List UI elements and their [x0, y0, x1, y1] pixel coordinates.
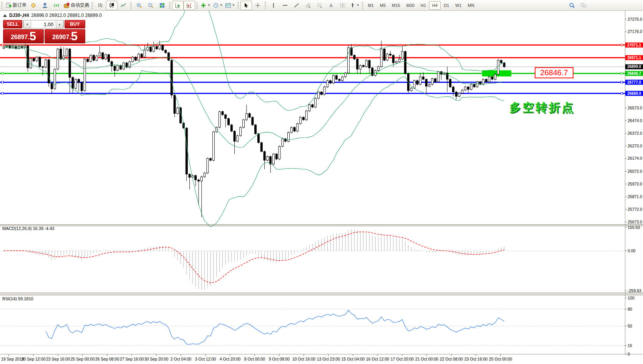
svg-text:26 Sep 08:00: 26 Sep 08:00 [95, 357, 119, 361]
arrows-tool-icon [350, 2, 356, 8]
timeframe-w1-button[interactable]: W1 [452, 1, 465, 10]
svg-text:9 Oct 08:00: 9 Oct 08:00 [269, 357, 290, 361]
auto-scroll-button[interactable] [172, 1, 184, 10]
buy-button[interactable]: BUY [65, 20, 85, 28]
new-order-button[interactable]: 新订单 [4, 1, 28, 10]
signals-icon [53, 2, 60, 8]
volume-input[interactable]: 1.00 [31, 20, 56, 28]
svg-text:27176.0: 27176.0 [628, 29, 642, 34]
svg-text:A: A [330, 3, 333, 8]
candles-series [3, 41, 505, 217]
crosshair-button[interactable] [252, 1, 263, 10]
search-button[interactable] [566, 1, 578, 10]
chart-shift-button[interactable] [184, 1, 195, 10]
cursor-arrow-icon [243, 2, 249, 8]
dropdown-caret-icon: ▼ [207, 3, 210, 7]
timeframe-m5-button[interactable]: M5 [377, 1, 389, 10]
svg-text:30 Sep 20:00: 30 Sep 20:00 [144, 357, 169, 361]
macd-indicator-label: MACD(12,26,9) 16.39 -4.43 [2, 226, 54, 231]
trendline-icon [293, 2, 300, 8]
svg-text:26174.0: 26174.0 [628, 156, 642, 160]
chart-ohlc-title: DJ30-,H4 26896.0 26912.0 26891.0 26899.0 [3, 13, 102, 18]
navigator-button[interactable] [39, 1, 51, 10]
svg-text:50: 50 [628, 324, 632, 328]
horizontal-line-icon [282, 2, 288, 8]
buy-price-tile[interactable]: 26907.5 [45, 29, 85, 43]
cursor-button[interactable] [240, 1, 252, 10]
one-click-trading-panel: SELL ▼ 1.00 ▲ BUY 26897.5 26907.5 [3, 20, 85, 43]
timeframe-d1-button[interactable]: D1 [441, 1, 452, 10]
volume-decrease-button[interactable]: ▼ [23, 20, 31, 28]
date-axis[interactable]: 19 Sep 201920 Sep 12:0023 Sep 16:0025 Se… [1, 354, 512, 361]
text-button[interactable]: A [325, 1, 337, 10]
svg-text:8 Oct 00:00: 8 Oct 00:00 [244, 357, 265, 361]
group-separator [265, 2, 266, 9]
group-separator [196, 2, 198, 9]
turning-point-annotation[interactable]: 多空转折点 [509, 100, 575, 116]
fibonacci-icon: F [317, 2, 323, 8]
chart-canvas[interactable]: 27071.126971.126899.026846.726777.026689… [0, 0, 643, 364]
price-axis[interactable]: 27071.126971.126899.026846.726777.026689… [625, 17, 643, 356]
horizontal-trend-lines[interactable] [0, 44, 625, 94]
svg-text:3 Oct 12:00: 3 Oct 12:00 [195, 357, 216, 361]
svg-text:155.63: 155.63 [628, 225, 640, 230]
timeframe-h1-button[interactable]: H1 [418, 1, 429, 10]
zoom-in-button[interactable] [133, 1, 145, 10]
svg-text:26372.0: 26372.0 [628, 131, 642, 136]
svg-text:15: 15 [628, 343, 632, 348]
fibonacci-button[interactable]: F [314, 1, 325, 10]
vertical-line-button[interactable] [268, 1, 279, 10]
svg-text:22 Oct 08:00: 22 Oct 08:00 [440, 357, 463, 361]
timeframe-m15-button[interactable]: M15 [389, 1, 403, 10]
timeframe-h4-button[interactable]: H4 [429, 1, 441, 10]
svg-text:25973.0: 25973.0 [628, 182, 642, 186]
indicators-button[interactable]: ▼ [199, 1, 212, 10]
indicator-level-lines [0, 251, 625, 346]
turning-point-highlight-box[interactable] [482, 70, 511, 76]
svg-text:27275.0: 27275.0 [628, 17, 642, 22]
autotrading-button[interactable]: 自动交易 [62, 1, 90, 10]
chat-button[interactable] [578, 1, 589, 10]
periods-button[interactable]: ▼ [212, 1, 224, 10]
bar-chart-button[interactable] [94, 1, 106, 10]
timeframe-m30-button[interactable]: M30 [403, 1, 418, 10]
auto-scroll-icon [175, 2, 181, 8]
candlestick-chart-button[interactable] [106, 1, 118, 10]
svg-text:26474.0: 26474.0 [628, 118, 642, 123]
svg-text:17 Oct 20:00: 17 Oct 20:00 [391, 357, 414, 361]
svg-text:15 Oct 04:00: 15 Oct 04:00 [341, 357, 365, 361]
horizontal-line-button[interactable] [279, 1, 291, 10]
volume-increase-button[interactable]: ▲ [56, 20, 63, 28]
market-watch-button[interactable] [28, 1, 39, 10]
line-chart-button[interactable] [118, 1, 129, 10]
svg-text:0: 0 [628, 352, 630, 356]
bar-chart-icon [97, 2, 103, 8]
rsi-series [46, 310, 504, 344]
svg-text:F: F [320, 6, 322, 8]
dropdown-caret-icon: ▼ [356, 3, 360, 7]
timeframe-m1-button[interactable]: M1 [365, 1, 377, 10]
templates-button[interactable]: ▼ [224, 1, 236, 10]
signals-button[interactable] [51, 1, 62, 10]
timeframe-mn-button[interactable]: MN [465, 1, 477, 10]
collapse-panel-icon[interactable] [3, 14, 7, 17]
svg-text:4 Oct 20:00: 4 Oct 20:00 [220, 357, 240, 361]
text-label-button[interactable]: T [337, 1, 348, 10]
svg-text:0.00: 0.00 [628, 248, 636, 253]
zoom-out-button[interactable] [145, 1, 156, 10]
sell-button[interactable]: SELL [3, 20, 22, 28]
svg-text:25673.0: 25673.0 [628, 220, 642, 224]
line-chart-icon [120, 2, 126, 8]
equidistant-channel-button[interactable]: E [302, 1, 314, 10]
market-watch-icon [30, 2, 36, 8]
autotrading-icon [63, 2, 70, 8]
trendline-button[interactable] [291, 1, 302, 10]
group-separator [362, 2, 363, 9]
svg-text:26689.0: 26689.0 [627, 91, 641, 96]
tile-windows-button[interactable] [156, 1, 168, 10]
text-label-icon: T [340, 2, 346, 8]
sell-price-tile[interactable]: 26897.5 [3, 29, 44, 43]
svg-text:26072.0: 26072.0 [628, 169, 642, 174]
arrows-button[interactable]: ▼ [348, 1, 361, 10]
turning-point-price-label[interactable]: 26846.7 [535, 67, 573, 78]
